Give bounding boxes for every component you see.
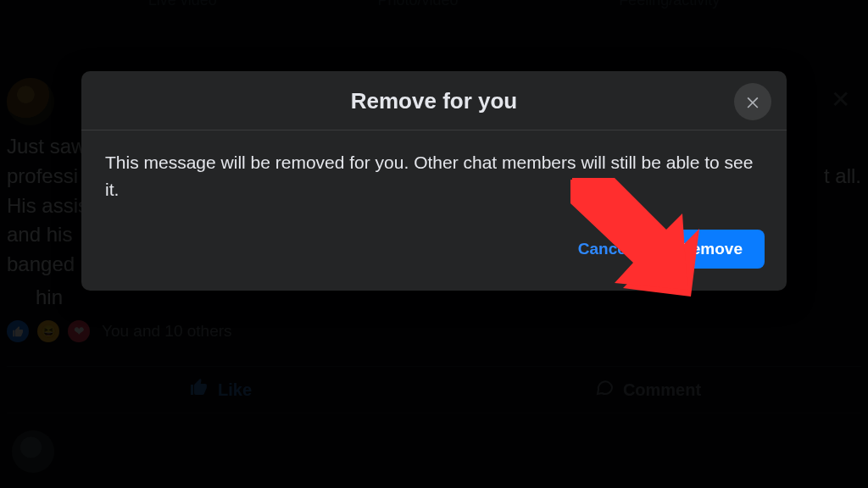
remove-button[interactable]: Remove [658,230,765,269]
remove-for-you-dialog: Remove for you This message will be remo… [81,71,787,291]
cancel-button[interactable]: Cancel [563,231,646,267]
dialog-close-button[interactable] [734,83,771,120]
dialog-header: Remove for you [81,71,787,130]
dialog-body-text: This message will be removed for you. Ot… [81,130,787,209]
dialog-footer: Cancel Remove [81,209,787,291]
dialog-title: Remove for you [141,88,727,114]
close-icon [744,93,761,110]
modal-overlay: Remove for you This message will be remo… [0,0,868,488]
